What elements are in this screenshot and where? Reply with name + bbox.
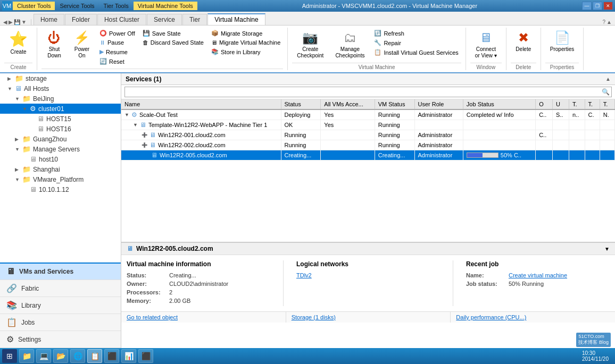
table-row-selected[interactable]: 🖥 Win12R2-005.cloud2.com Creating... Cre… [121,150,615,160]
tree-host15[interactable]: 🖥 HOST15 [0,114,121,124]
taskbar-btn-cmd[interactable]: 💻 [36,349,51,363]
storage-link[interactable]: Storage (1 disks) [286,312,451,323]
cell-t3-3 [600,130,614,140]
taskbar-btn-monitor[interactable]: 📊 [121,349,136,363]
header-expand-icon[interactable]: ▲ [605,76,611,82]
col-t1[interactable]: T. [569,99,585,109]
ribbon-tab-virtualmachine[interactable]: Virtual Machine [207,13,265,25]
detail-jobname-value[interactable]: Create virtual machine [509,272,567,278]
tree-cluster01[interactable]: ▼ ⚙ cluster01 [0,104,121,114]
tree-allhosts[interactable]: ▼ 🖥 All Hosts [0,83,121,94]
connect-button[interactable]: 🖥 Connector View ▾ [470,28,502,62]
col-userrole[interactable]: User Role [414,99,463,109]
taskbar-btn-ps[interactable]: ⬛ [104,349,119,363]
tree-storage[interactable]: ▶ 📁 storage [0,73,121,83]
quick-access-dropdown[interactable]: ▼ [21,19,27,25]
resume-button[interactable]: ▶ Resume [97,47,138,56]
poweron-button[interactable]: ⚡ PowerOn [69,28,95,62]
col-t3[interactable]: T. [600,99,614,109]
perf-link[interactable]: Daily performance (CPU...) [451,312,615,323]
tree-1010112[interactable]: 🖥 10.10.1.12 [0,184,121,194]
row-expand-3[interactable]: ➕ [142,132,147,138]
row-expand-2[interactable]: ▼ [133,122,138,128]
row-expand-4[interactable]: ➕ [142,142,147,148]
managecheckpoints-button[interactable]: 🗂 ManageCheckpoints [330,28,369,62]
col-u[interactable]: U [552,99,569,109]
properties-button[interactable]: 📄 Properties [545,28,579,55]
installguestservices-button[interactable]: 📋 Install Virtual Guest Services [371,48,461,57]
tab-vm-tools[interactable]: Virtual Machine Tools [134,2,197,10]
shutdown-button[interactable]: ⏻ ShutDown [41,28,67,62]
tree-shanghai[interactable]: ▶ 📁 Shanghai [0,164,121,174]
migratevm-label: Migrate Virtual Machine [219,39,280,46]
taskbar-clock[interactable]: 10:30 2014/11/20 [582,350,609,362]
create-button[interactable]: ⭐ Create [4,28,32,58]
nav-jobs[interactable]: 📋 Jobs [0,314,121,331]
refresh-button[interactable]: 🔃 Refresh [371,29,461,38]
host10-label: host10 [39,156,58,163]
nav-vms[interactable]: 🖥 VMs and Services [0,264,121,280]
table-row[interactable]: ➕ 🖥 Win12R2-002.cloud2.com Running Runni… [121,140,615,150]
repair-button[interactable]: 🔧 Repair [371,38,461,47]
col-jobstatus[interactable]: Job Status [463,99,535,109]
search-input[interactable] [124,87,612,97]
detail-collapse-icon[interactable]: ▼ [604,246,610,252]
reset-button[interactable]: 🔄 Reset [97,57,138,66]
quick-access-forward[interactable]: ▶ [9,19,13,25]
storelibrary-button[interactable]: 📚 Store in Library [209,47,283,56]
pause-button[interactable]: ⏸ Pause [97,38,138,47]
nav-settings[interactable]: ⚙ Settings [0,331,121,348]
row-expand-1[interactable]: ▼ [124,112,129,117]
goto-related-link[interactable]: Go to related object [121,312,286,323]
quick-access-back[interactable]: ◀ [3,19,7,25]
col-vmstatus[interactable]: VM Status [375,99,414,109]
discardsavedstate-button[interactable]: 🗑 Discard Saved State [140,38,206,47]
tree-beijing[interactable]: ▼ 📁 BeiJing [0,94,121,104]
cell-t3-4 [600,140,614,150]
poweroff-button[interactable]: ⭕ Power Off [97,29,138,38]
ribbon-tab-tier[interactable]: Tier [182,14,207,25]
close-button[interactable]: ✕ [603,2,613,10]
ribbon-tab-service[interactable]: Service [147,14,182,25]
taskbar-btn-explorer[interactable]: 📂 [53,349,68,363]
nav-fabric[interactable]: 🔗 Fabric [0,280,121,297]
table-row[interactable]: ➕ 🖥 Win12R2-001.cloud2.com Running Runni… [121,130,615,140]
tree-host16[interactable]: 🖥 HOST16 [0,124,121,134]
detail-network-link[interactable]: TDlv2 [296,272,440,278]
quick-access-save[interactable]: 💾 [14,19,20,25]
taskbar-btn-vmm[interactable]: 📋 [87,349,102,363]
col-t2[interactable]: T. [585,99,600,109]
col-name[interactable]: Name [121,99,281,109]
col-allvms[interactable]: All VMs Acce... [321,99,375,109]
taskbar-btn-folder[interactable]: 📁 [19,349,34,363]
taskbar-btn-ie[interactable]: 🌐 [70,349,85,363]
ribbon-collapse-icon[interactable]: ▲ [606,19,612,25]
start-button[interactable]: ⊞ [2,349,17,363]
tab-cluster-tools[interactable]: Cluster Tools [13,2,55,10]
tree-vmware[interactable]: ▼ 📁 VMware_Platform [0,174,121,184]
app-icon[interactable]: VM [2,1,12,11]
taskbar-btn-extra[interactable]: ⬛ [138,349,153,363]
tab-tier-tools[interactable]: Tier Tools [99,2,133,10]
tab-service-tools[interactable]: Service Tools [55,2,98,10]
delete-button[interactable]: ✖ Delete [511,28,536,55]
savestate-button[interactable]: 💾 Save State [140,29,206,38]
table-row[interactable]: ▼ ⚙ Scale-Out Test Deploying Yes Running… [121,109,615,120]
nav-library[interactable]: 📚 Library [0,297,121,314]
ribbon-tab-folder[interactable]: Folder [65,14,97,25]
tree-guangzhou[interactable]: ▶ 📁 GuangZhou [0,134,121,144]
ribbon-help-icon[interactable]: ? [603,19,606,25]
createcheckpoint-button[interactable]: 📷 CreateCheckpoint [292,28,328,62]
col-o[interactable]: O [536,99,553,109]
ribbon-tab-hostcluster[interactable]: Host Cluster [97,14,146,25]
migratevm-button[interactable]: 🖥 Migrate Virtual Machine [209,38,283,47]
tree-host10[interactable]: 🖥 host10 [0,154,121,164]
minimize-button[interactable]: — [582,2,592,10]
table-row[interactable]: ▼ 🖥 Template-Win12R2-WebAPP - Machine Ti… [121,120,615,130]
col-status[interactable]: Status [281,99,321,109]
ribbon-tab-home[interactable]: Home [34,14,64,25]
tree-manageservers[interactable]: ▼ 📁 Manage Servers [0,144,121,154]
migratestorage-button[interactable]: 📦 Migrate Storage [209,29,283,38]
maximize-button[interactable]: ❐ [593,2,602,10]
vm-table: Name Status All VMs Acce... VM Status Us… [121,99,615,160]
